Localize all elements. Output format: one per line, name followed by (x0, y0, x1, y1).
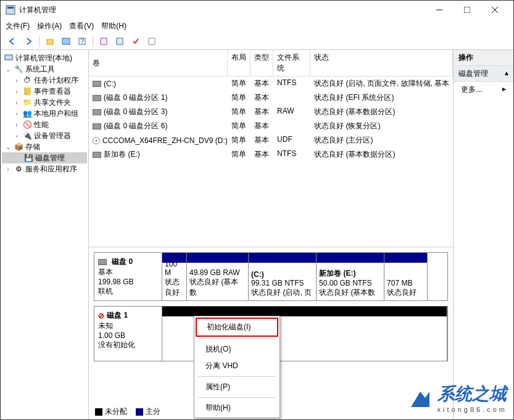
expander-icon[interactable]: › (4, 166, 12, 173)
disk0-info: 磁盘 0 基本 199.98 GB 联机 (94, 253, 162, 300)
col-fs[interactable]: 文件系统 (273, 50, 310, 76)
props-button[interactable] (145, 35, 159, 48)
tree-systools[interactable]: ⌄ 🔧 系统工具 (2, 64, 87, 75)
tree-diskmgmt[interactable]: 💾 磁盘管理 (2, 152, 87, 163)
menu-view[interactable]: 查看(V) (69, 21, 94, 31)
expander-icon[interactable]: › (13, 99, 20, 106)
tree-storage-label: 存储 (25, 142, 40, 152)
expander-icon[interactable]: › (13, 110, 20, 117)
watermark: 系统之城 xitong86.com (408, 382, 507, 413)
disk-partition[interactable]: 100 M 状态良好 (162, 253, 187, 300)
tree-item-label: 设备管理器 (34, 131, 71, 141)
check-button[interactable] (129, 35, 143, 48)
tree-item[interactable]: ›📒事件查看器 (2, 86, 87, 97)
volume-header-row: 卷 布局 类型 文件系统 状态 (89, 50, 453, 76)
actions-header: 操作 (454, 50, 513, 66)
actions-more[interactable]: 更多... ▸ (454, 82, 513, 97)
vol-type: 基本 (251, 78, 273, 89)
expander-icon[interactable]: ⌄ (4, 144, 12, 150)
legend-primary-label: 主分 (146, 407, 160, 416)
part-status: 状态良好 (基本数 (189, 277, 246, 298)
disk0-name: 磁盘 0 (112, 257, 133, 267)
svg-rect-7 (62, 38, 70, 44)
actions-sub[interactable]: 磁盘管理 ▴ (454, 66, 513, 82)
part-label: (C:) (251, 270, 313, 279)
expander-icon[interactable]: › (13, 77, 20, 84)
expander-icon[interactable]: › (13, 133, 20, 139)
col-layout[interactable]: 布局 (228, 50, 251, 76)
col-status[interactable]: 状态 (310, 50, 453, 76)
col-volume[interactable]: 卷 (89, 50, 228, 76)
cd-icon (93, 137, 100, 144)
volume-row[interactable]: (磁盘 0 磁盘分区 6) 简单 基本 状态良好 (恢复分区) (89, 119, 453, 133)
disk1-name: 磁盘 1 (107, 310, 128, 321)
minimize-button[interactable] (425, 1, 453, 19)
legend-primary-swatch (136, 408, 143, 416)
menubar: 文件(F) 操作(A) 查看(V) 帮助(H) (1, 19, 513, 33)
watermark-logo-icon (408, 385, 433, 410)
col-type[interactable]: 类型 (251, 50, 273, 76)
vol-type: 基本 (251, 134, 273, 146)
back-button[interactable] (6, 35, 19, 48)
disk0-row[interactable]: 磁盘 0 基本 199.98 GB 联机 100 M 状态良好 49.89 GB… (94, 252, 448, 301)
vol-name: (磁盘 0 磁盘分区 3) (89, 106, 228, 118)
tree-item-icon: 🚫 (22, 120, 32, 130)
app-icon (6, 5, 15, 15)
ctx-detach-vhd[interactable]: 分离 VHD (196, 358, 278, 374)
ctx-properties[interactable]: 属性(P) (196, 379, 278, 395)
detail-view-button[interactable] (113, 35, 126, 48)
tree-item[interactable]: ›🔌设备管理器 (2, 130, 87, 141)
vol-fs (273, 92, 310, 104)
vol-type: 基本 (251, 106, 273, 118)
ctx-help[interactable]: 帮助(H) (196, 400, 278, 416)
disk-error-icon: ⊘ (98, 311, 104, 320)
vol-status: 状态良好 (主分区) (310, 134, 453, 146)
tree-item[interactable]: ›🚫性能 (2, 119, 87, 130)
chevron-right-icon: ▸ (502, 84, 506, 95)
disk-partition[interactable]: 49.89 GB RAW 状态良好 (基本数 (187, 253, 249, 300)
tree-storage[interactable]: ⌄ 📦 存储 (2, 141, 87, 152)
tree-services[interactable]: › ⚙ 服务和应用程序 (2, 163, 87, 175)
disk-icon (93, 95, 101, 101)
vol-status: 状态良好 (启动, 页面文件, 故障转储, 基本 (310, 78, 453, 89)
vol-layout: 简单 (228, 106, 251, 118)
expander-icon[interactable]: › (13, 88, 20, 95)
part-label: 新加卷 (E:) (319, 268, 381, 279)
actions-sub-label: 磁盘管理 (458, 68, 488, 79)
tree-item-icon: 📁 (22, 97, 32, 107)
menu-action[interactable]: 操作(A) (37, 21, 62, 31)
volume-row[interactable]: (磁盘 0 磁盘分区 3) 简单 基本 RAW 状态良好 (基本数据分区) (89, 105, 453, 119)
volume-row[interactable]: 新加卷 (E:) 简单 基本 NTFS 状态良好 (基本数据分区) (89, 147, 453, 162)
up-button[interactable] (43, 35, 57, 48)
expander-icon[interactable]: ⌄ (4, 66, 12, 73)
disk-icon (93, 81, 101, 87)
view-button[interactable] (59, 35, 73, 48)
part-size: 49.89 GB RAW (189, 268, 246, 277)
svg-text:?: ? (80, 37, 85, 46)
close-button[interactable] (481, 1, 508, 19)
ctx-init-disk[interactable]: 初始化磁盘(I) (196, 318, 278, 337)
volume-row[interactable]: (C:) 简单 基本 NTFS 状态良好 (启动, 页面文件, 故障转储, 基本 (89, 76, 453, 91)
volume-row[interactable]: (磁盘 0 磁盘分区 1) 简单 基本 状态良好 (EFI 系统分区) (89, 91, 453, 105)
list-view-button[interactable] (97, 35, 110, 48)
tree-item[interactable]: ›📁共享文件夹 (2, 97, 87, 108)
ctx-offline[interactable]: 脱机(O) (196, 341, 278, 358)
menu-help[interactable]: 帮助(H) (101, 21, 126, 31)
maximize-button[interactable] (453, 1, 481, 19)
tree-item[interactable]: ›👥本地用户和组 (2, 108, 87, 119)
disk-partition[interactable]: 707 MB 状态良好 (384, 253, 428, 300)
expander-icon[interactable]: › (13, 121, 20, 128)
disk-partition[interactable]: (C:) 99.31 GB NTFS 状态良好 (启动, 页 (249, 253, 317, 300)
menu-file[interactable]: 文件(F) (6, 21, 30, 31)
part-status: 状态良好 (启动, 页 (251, 287, 313, 298)
part-status: 状态良好 (165, 277, 184, 298)
volume-row[interactable]: CCCOMA_X64FRE_ZH-CN_DV9 (D:) 简单 基本 UDF 状… (89, 133, 453, 147)
forward-button[interactable] (22, 35, 35, 48)
disk-partition[interactable]: 新加卷 (E:) 50.00 GB NTFS 状态良好 (基本数 (317, 253, 384, 300)
collapse-icon[interactable]: ▴ (505, 68, 508, 79)
svg-rect-13 (5, 55, 12, 60)
help-icon-button[interactable]: ? (75, 35, 89, 48)
tree-root[interactable]: 计算机管理(本地) (2, 52, 87, 64)
tree-item[interactable]: ›⏱任务计划程序 (2, 75, 87, 86)
disk-icon (93, 109, 101, 115)
